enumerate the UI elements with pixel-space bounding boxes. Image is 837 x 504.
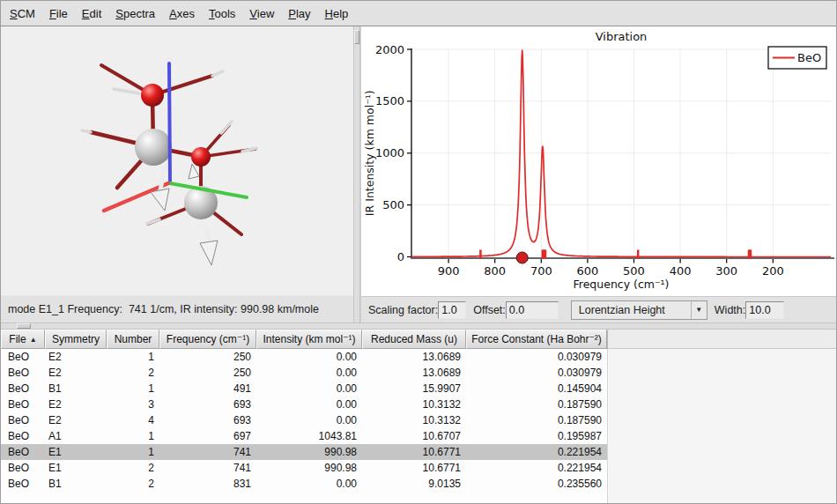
header-filler <box>607 330 836 349</box>
menu-item-spectra[interactable]: Spectra <box>108 2 162 26</box>
table-body: BeOE212500.0013.06890.030979BeOE222500.0… <box>1 349 836 503</box>
splitter-handle-icon[interactable] <box>354 30 359 44</box>
table-row[interactable]: BeOE236930.0010.31320.187590 <box>1 397 607 412</box>
column-header-symmetry[interactable]: Symmetry <box>45 330 107 349</box>
cell-symmetry: E1 <box>45 460 107 476</box>
cell-frequency: 697 <box>159 428 256 444</box>
mode-status-text: mode E1_1 Frequency: 741 1/cm, IR intens… <box>1 295 353 322</box>
cell-intensity: 0.00 <box>256 412 362 428</box>
x-tick-label: 600 <box>576 264 598 278</box>
y-tick-label: 1500 <box>375 94 404 107</box>
modes-table: File▲SymmetryNumberFrequency (cm⁻¹)Inten… <box>1 330 836 503</box>
table-header: File▲SymmetryNumberFrequency (cm⁻¹)Inten… <box>1 330 836 349</box>
legend-label: BeO <box>797 51 821 64</box>
x-tick-label: 700 <box>530 264 552 278</box>
cell-reduced: 10.6771 <box>362 444 466 460</box>
cell-force: 0.145904 <box>466 381 607 397</box>
column-header-reduced[interactable]: Reduced Mass (u) <box>362 330 466 349</box>
menu-item-tools[interactable]: Tools <box>202 2 242 26</box>
x-axis-label: Frequency (cm⁻¹) <box>574 278 670 291</box>
cell-symmetry: B1 <box>45 381 107 397</box>
chart-legend: BeO <box>768 47 826 69</box>
cell-reduced: 13.0689 <box>362 365 466 381</box>
cell-symmetry: E2 <box>45 365 107 381</box>
vibration-chart[interactable]: 9008007006005004003002000500100015002000… <box>361 26 837 296</box>
width-input[interactable] <box>745 301 784 319</box>
table-row[interactable]: BeOE12741990.9810.67710.221954 <box>1 460 607 476</box>
menu-item-play[interactable]: Play <box>281 2 317 26</box>
cell-number: 2 <box>107 460 159 476</box>
cell-frequency: 741 <box>159 444 256 460</box>
table-row[interactable]: BeOE246930.0010.31320.187590 <box>1 412 607 428</box>
atom-oxygen-1 <box>141 84 164 107</box>
lineshape-select[interactable]: Lorentzian Height ▼ <box>571 300 707 320</box>
menu-item-axes[interactable]: Axes <box>162 2 202 26</box>
cell-intensity: 1043.81 <box>256 428 362 444</box>
cell-symmetry: B1 <box>45 476 107 492</box>
selected-mode-marker[interactable] <box>516 252 528 263</box>
offset-input[interactable] <box>506 301 559 319</box>
molecule-3d-view[interactable] <box>1 26 353 295</box>
cell-symmetry: E2 <box>45 349 107 365</box>
cell-frequency: 693 <box>159 412 256 428</box>
cell-intensity: 990.98 <box>256 460 362 476</box>
x-tick-label: 200 <box>762 264 784 278</box>
cell-frequency: 491 <box>159 381 256 397</box>
cell-file: BeO <box>1 412 45 428</box>
lineshape-selected-value: Lorentzian Height <box>572 304 691 316</box>
x-tick-label: 900 <box>438 264 460 278</box>
cell-frequency: 693 <box>159 397 256 412</box>
menu-item-help[interactable]: Help <box>318 2 356 26</box>
cell-force: 0.235560 <box>466 476 607 492</box>
cell-file: BeO <box>1 460 45 476</box>
atom-beryllium-1 <box>135 129 172 166</box>
cell-force: 0.221954 <box>466 444 607 460</box>
cell-reduced: 13.0689 <box>362 349 466 365</box>
table-row[interactable]: BeOE212500.0013.06890.030979 <box>1 349 607 365</box>
column-header-number[interactable]: Number <box>107 330 159 349</box>
splitter-handle-icon[interactable] <box>17 323 31 329</box>
table-row[interactable]: BeOA116971043.8110.67070.195987 <box>1 428 607 444</box>
y-tick-label: 1000 <box>375 146 404 159</box>
vertical-splitter[interactable] <box>353 26 360 322</box>
cell-frequency: 250 <box>159 349 256 365</box>
atom-oxygen-2 <box>191 147 211 167</box>
menu-item-edit[interactable]: Edit <box>75 2 108 26</box>
cell-force: 0.187590 <box>466 397 607 412</box>
table-row[interactable]: BeOB114910.0015.99070.145904 <box>1 381 607 397</box>
column-header-frequency[interactable]: Frequency (cm⁻¹) <box>159 330 256 349</box>
cell-symmetry: E1 <box>45 444 107 460</box>
cell-number: 1 <box>107 349 159 365</box>
table-row[interactable]: BeOE11741990.9810.67710.221954 <box>1 444 607 460</box>
scaling-factor-label: Scaling factor: <box>368 304 438 316</box>
y-tick-label: 2000 <box>375 43 404 56</box>
cell-file: BeO <box>1 476 45 492</box>
cell-intensity: 0.00 <box>256 365 362 381</box>
spectra-window: SCMFileEditSpectraAxesToolsViewPlayHelp <box>0 0 837 504</box>
scaling-factor-input[interactable] <box>438 301 466 319</box>
y-tick-label: 500 <box>382 198 404 211</box>
dropdown-arrow-icon[interactable]: ▼ <box>691 301 707 319</box>
cell-intensity: 0.00 <box>256 349 362 365</box>
cell-number: 1 <box>107 444 159 460</box>
cell-file: BeO <box>1 444 45 460</box>
cell-force: 0.187590 <box>466 412 607 428</box>
column-header-file[interactable]: File▲ <box>1 330 45 349</box>
column-header-intensity[interactable]: Intensity (km mol⁻¹) <box>256 330 362 349</box>
cell-force: 0.221954 <box>466 460 607 476</box>
menu-item-view[interactable]: View <box>242 2 281 26</box>
column-header-force[interactable]: Force Constant (Ha Bohr⁻²) <box>466 330 607 349</box>
molecule-canvas <box>1 26 353 295</box>
x-tick-label: 500 <box>623 264 645 278</box>
cell-number: 4 <box>107 412 159 428</box>
menu-item-file[interactable]: File <box>42 2 75 26</box>
horizontal-splitter[interactable] <box>1 322 836 330</box>
right-pane: 9008007006005004003002000500100015002000… <box>360 26 837 322</box>
table-row[interactable]: BeOE222500.0013.06890.030979 <box>1 365 607 381</box>
cell-file: BeO <box>1 428 45 444</box>
table-row[interactable]: BeOB128310.009.01350.235560 <box>1 476 607 492</box>
y-axis-label: IR Intensity (km mol⁻¹) <box>363 90 376 216</box>
cell-file: BeO <box>1 365 45 381</box>
cell-number: 2 <box>107 365 159 381</box>
menu-item-scm[interactable]: SCM <box>3 2 42 26</box>
